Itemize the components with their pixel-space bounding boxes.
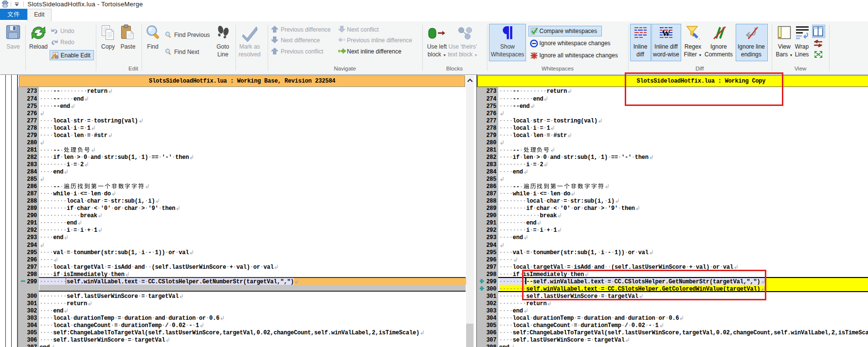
svg-text:W: W — [662, 29, 670, 38]
